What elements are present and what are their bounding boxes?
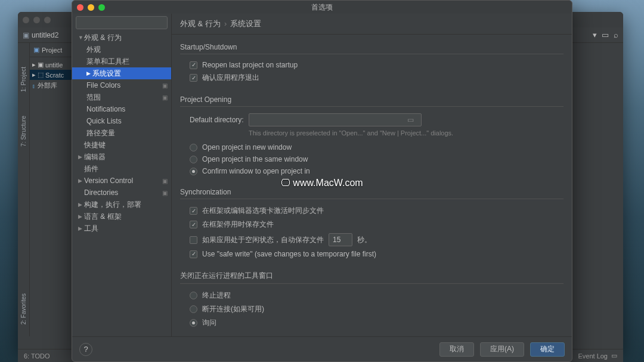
preferences-content: 外观 & 行为›系统设置 Startup/Shutdown Reopen las…: [172, 14, 572, 336]
check-icon: [190, 207, 197, 215]
preferences-sidebar: ▼外观 & 行为 外观 菜单和工具栏 ▶系统设置 File Colors▣ 范围…: [72, 14, 172, 336]
section-project-opening-title: Project Opening: [180, 95, 564, 107]
nav-tools[interactable]: ▶工具: [72, 222, 171, 234]
breadcrumb: 外观 & 行为›系统设置: [172, 14, 572, 35]
preferences-titlebar: 首选项: [72, 1, 572, 14]
checkbox-reopen-last[interactable]: Reopen last project on startup: [180, 59, 564, 71]
nav-editor[interactable]: ▶编辑器: [72, 151, 171, 163]
window-icon[interactable]: ▭: [602, 30, 609, 39]
preferences-nav: ▼外观 & 行为 外观 菜单和工具栏 ▶系统设置 File Colors▣ 范围…: [72, 32, 171, 336]
search-input[interactable]: [76, 16, 168, 29]
nav-notifications[interactable]: Notifications: [72, 103, 171, 115]
check-icon: [190, 236, 197, 244]
nav-languages[interactable]: ▶语言 & 框架: [72, 211, 171, 222]
close-icon[interactable]: [23, 17, 29, 23]
nav-menus-toolbars[interactable]: 菜单和工具栏: [72, 55, 171, 67]
radio-icon: [190, 292, 197, 299]
autosave-seconds-input[interactable]: [329, 233, 352, 246]
checkbox-autosave-idle[interactable]: 如果应用处于空闲状态，自动保存文件 秒。: [180, 231, 564, 248]
ok-button[interactable]: 确定: [530, 342, 565, 357]
nav-file-colors[interactable]: File Colors▣: [72, 79, 171, 91]
project-badge-icon: ▣: [162, 94, 168, 101]
radio-new-window[interactable]: Open project in new window: [180, 141, 564, 153]
gutter-tab-structure[interactable]: 7: Structure: [20, 116, 27, 147]
nav-keymap[interactable]: 快捷键: [72, 139, 171, 151]
checkbox-sync-activation[interactable]: 在框架或编辑器选项卡激活时同步文件: [180, 204, 564, 218]
preferences-footer: ? 取消 应用(A) 确定: [72, 336, 572, 361]
minimize-icon[interactable]: [33, 17, 40, 23]
nav-appearance-behavior[interactable]: ▼外观 & 行为: [72, 32, 171, 44]
maximize-icon[interactable]: [98, 4, 105, 11]
radio-icon: [190, 319, 197, 327]
preferences-title: 首选项: [311, 2, 333, 13]
section-sync-title: Synchronization: [180, 188, 564, 199]
check-icon: [190, 250, 197, 258]
help-button[interactable]: ?: [79, 343, 92, 356]
minimize-icon[interactable]: [88, 4, 94, 11]
nav-build[interactable]: ▶构建，执行，部署: [72, 199, 171, 211]
nav-quick-lists[interactable]: Quick Lists: [72, 115, 171, 127]
radio-icon: [190, 144, 197, 151]
radio-icon: [190, 168, 197, 175]
check-icon: [190, 61, 197, 69]
nav-directories[interactable]: Directories▣: [72, 187, 171, 199]
nav-system-settings[interactable]: ▶系统设置: [72, 67, 171, 79]
gutter-tab-project[interactable]: 1: Project: [20, 67, 27, 92]
default-directory-field[interactable]: ▭: [249, 113, 422, 126]
section-startup-title: Startup/Shutdown: [180, 43, 564, 54]
cancel-button[interactable]: 取消: [439, 342, 474, 357]
checkbox-save-deactivation[interactable]: 在框架停用时保存文件: [180, 218, 564, 231]
radio-icon: [190, 305, 197, 313]
run-target-icon[interactable]: ▾: [593, 30, 597, 39]
default-directory-input[interactable]: [253, 116, 404, 125]
nav-scopes[interactable]: 范围▣: [72, 91, 171, 103]
status-indicator-icon: ▭: [611, 352, 617, 360]
default-directory-hint: This directory is preselected in "Open..…: [249, 129, 564, 137]
checkbox-safe-write[interactable]: Use "safe write" (save changes to a temp…: [180, 248, 564, 260]
nav-path-variables[interactable]: 路径变量: [72, 127, 171, 139]
radio-terminate[interactable]: 终止进程: [180, 289, 564, 302]
project-badge-icon: ▣: [162, 190, 168, 196]
check-icon: [190, 74, 197, 82]
nav-version-control[interactable]: ▶Version Control▣: [72, 175, 171, 187]
default-directory-label: Default directory:: [190, 116, 244, 124]
section-close-tool-title: 关闭正在运行进程的工具窗口: [180, 271, 564, 284]
check-icon: [190, 221, 197, 228]
apply-button[interactable]: 应用(A): [480, 342, 524, 357]
left-gutter: 1: Project 7: Structure 2: Favorites: [18, 43, 30, 336]
radio-disconnect[interactable]: 断开连接(如果可用): [180, 302, 564, 316]
project-badge-icon: ▣: [162, 82, 168, 89]
project-badge-icon: ▣: [162, 178, 168, 184]
gutter-tab-favorites[interactable]: 2: Favorites: [20, 293, 27, 324]
event-log-button[interactable]: Event Log: [578, 352, 608, 360]
preferences-dialog: 首选项 ▼外观 & 行为 外观 菜单和工具栏 ▶系统设置 File Colors…: [72, 0, 572, 362]
nav-appearance[interactable]: 外观: [72, 44, 171, 55]
checkbox-confirm-exit[interactable]: 确认应用程序退出: [180, 71, 564, 85]
browse-folder-icon[interactable]: ▭: [404, 116, 417, 124]
todo-button[interactable]: 6: TODO: [24, 352, 50, 360]
radio-same-window[interactable]: Open project in the same window: [180, 153, 564, 165]
project-name: untitled2: [32, 31, 58, 39]
folder-icon: ▣: [23, 31, 29, 39]
radio-confirm-window[interactable]: Confirm window to open project in: [180, 165, 564, 177]
close-icon[interactable]: [77, 4, 83, 11]
maximize-icon[interactable]: [44, 17, 51, 23]
radio-ask[interactable]: 询问: [180, 316, 564, 330]
radio-icon: [190, 156, 197, 163]
search-icon[interactable]: ⌕: [614, 30, 618, 39]
nav-plugins[interactable]: 插件: [72, 163, 171, 175]
